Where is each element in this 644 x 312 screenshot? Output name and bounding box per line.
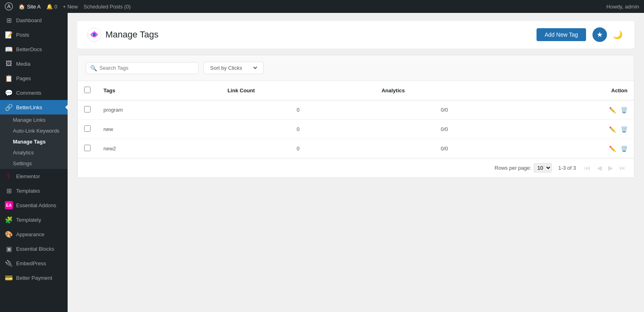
moon-button[interactable]: 🌙 (610, 27, 625, 42)
sidebar-label-posts: Posts (16, 32, 29, 38)
link-count-2: 0 (221, 120, 375, 139)
edit-icon-2[interactable]: ✏️ (609, 126, 616, 133)
submenu-manage-links[interactable]: Manage Links (0, 114, 68, 125)
action-cell-1: ✏️ 🗑️ (514, 100, 634, 120)
analytics-2: 0/0 (375, 120, 514, 139)
link-count-3: 0 (221, 139, 375, 158)
notifications-bar[interactable]: 🔔 0 (46, 4, 57, 10)
sidebar-item-betterdocs[interactable]: 📖 BetterDocs (0, 42, 68, 56)
rows-per-page-wrap: Rows per page: 10 25 50 (495, 163, 552, 173)
action-cell-2: ✏️ 🗑️ (514, 120, 634, 139)
sort-dropdown[interactable]: Sort by Clicks Sort by Name Sort by Coun… (203, 62, 264, 74)
table-header-row: Tags Link Count Analytics Action (78, 81, 634, 100)
sidebar-item-media[interactable]: 🖼 Media (0, 56, 68, 71)
submenu-manage-tags[interactable]: Manage Tags (0, 136, 68, 147)
sidebar-label-comments: Comments (16, 90, 41, 96)
sidebar-label-betterlinks: BetterLinks (16, 104, 42, 110)
row-checkbox-1[interactable] (84, 106, 91, 112)
sidebar-item-posts[interactable]: 📝 Posts (0, 27, 68, 42)
sidebar-label-pages: Pages (16, 75, 31, 81)
page-range-label: 1-3 of 3 (558, 165, 576, 171)
appearance-icon: 🎨 (5, 230, 13, 238)
sidebar-label-dashboard: Dashboard (16, 17, 42, 23)
wp-logo-icon (5, 2, 13, 10)
first-page-button[interactable]: ⏮ (582, 164, 592, 173)
row-checkbox-cell (78, 120, 97, 139)
prev-page-button[interactable]: ◀ (595, 163, 603, 173)
sidebar-item-essential-addons[interactable]: EA Essential Addons (0, 198, 68, 212)
sidebar-label-embedpress: EmbedPress (16, 260, 46, 266)
next-page-button[interactable]: ▶ (607, 163, 615, 173)
sidebar-item-better-payment[interactable]: 💳 Better Payment (0, 270, 68, 285)
tags-table: Tags Link Count Analytics Action program… (78, 81, 634, 158)
sidebar-item-elementor[interactable]: E Elementor (0, 169, 68, 183)
page-header: Manage Tags Add New Tag ★ 🌙 (77, 21, 634, 48)
table-row: new2 0 0/0 ✏️ 🗑️ (78, 139, 634, 158)
select-all-checkbox[interactable] (84, 87, 91, 93)
delete-icon-3[interactable]: 🗑️ (621, 146, 627, 152)
site-name-bar[interactable]: 🏠 Site A (19, 4, 41, 10)
table-row: program 0 0/0 ✏️ 🗑️ (78, 100, 634, 120)
sidebar-item-appearance[interactable]: 🎨 Appearance (0, 227, 68, 241)
sidebar-label-templates: Templates (16, 188, 40, 194)
submenu-analytics[interactable]: Analytics (0, 147, 68, 158)
sidebar-label-appearance: Appearance (16, 231, 44, 237)
row-checkbox-3[interactable] (84, 145, 91, 151)
comments-icon: 💬 (5, 89, 13, 97)
main-content: Manage Tags Add New Tag ★ 🌙 🔍 (68, 13, 644, 312)
sidebar-item-essential-blocks[interactable]: ▣ Essential Blocks (0, 241, 68, 256)
scheduled-posts-label[interactable]: Scheduled Posts (0) (83, 4, 130, 10)
col-link-count: Link Count (221, 81, 375, 100)
delete-icon-1[interactable]: 🗑️ (621, 107, 627, 113)
admin-bar: 🏠 Site A 🔔 0 + New Scheduled Posts (0) H… (0, 0, 644, 13)
essential-addons-icon: EA (5, 201, 13, 209)
elementor-icon: E (5, 172, 13, 180)
sidebar-label-better-payment: Better Payment (16, 275, 52, 281)
sidebar-item-templately[interactable]: 🧩 Templately (0, 212, 68, 227)
sidebar-label-essential-blocks: Essential Blocks (16, 246, 54, 252)
templates-icon: ⊞ (5, 187, 13, 195)
search-wrap[interactable]: 🔍 (86, 62, 198, 74)
sidebar-item-comments[interactable]: 💬 Comments (0, 85, 68, 100)
pagination: Rows per page: 10 25 50 1-3 of 3 ⏮ ◀ ▶ ⏭ (78, 158, 634, 177)
sidebar-label-media: Media (16, 61, 30, 67)
row-checkbox-cell (78, 100, 97, 120)
sidebar-item-betterlinks[interactable]: 🔗 BetterLinks (0, 100, 68, 114)
last-page-button[interactable]: ⏭ (618, 164, 627, 173)
sidebar: ⊞ Dashboard 📝 Posts 📖 BetterDocs 🖼 Media… (0, 13, 68, 312)
toolbar: 🔍 Sort by Clicks Sort by Name Sort by Co… (78, 55, 634, 81)
row-checkbox-2[interactable] (84, 125, 91, 132)
add-new-tag-button[interactable]: Add New Tag (537, 28, 586, 41)
posts-icon: 📝 (5, 31, 13, 39)
better-payment-icon: 💳 (5, 274, 13, 282)
edit-icon-3[interactable]: ✏️ (609, 146, 616, 152)
rows-per-page-select[interactable]: 10 25 50 (534, 163, 552, 173)
site-name-label: Site A (27, 4, 41, 10)
search-tags-input[interactable] (99, 65, 194, 71)
betterlinks-icon: 🔗 (5, 103, 13, 111)
rows-per-page-label: Rows per page: (495, 165, 531, 171)
tag-name-3: new2 (97, 139, 221, 158)
essential-blocks-icon: ▣ (5, 245, 13, 253)
submenu-settings[interactable]: Settings (0, 158, 68, 169)
sidebar-item-embedpress[interactable]: 🔌 EmbedPress (0, 256, 68, 270)
sidebar-item-templates[interactable]: ⊞ Templates (0, 183, 68, 198)
sidebar-item-pages[interactable]: 📋 Pages (0, 71, 68, 85)
col-action: Action (514, 81, 634, 100)
sidebar-label-betterdocs: BetterDocs (16, 46, 42, 52)
star-button[interactable]: ★ (592, 27, 607, 42)
sort-select[interactable]: Sort by Clicks Sort by Name Sort by Coun… (208, 64, 258, 71)
submenu-auto-link-keywords[interactable]: Auto-Link Keywords (0, 125, 68, 136)
new-post-button[interactable]: + New (63, 4, 78, 10)
tag-name-2: new (97, 120, 221, 139)
page-logo-icon (87, 27, 101, 42)
edit-icon-1[interactable]: ✏️ (609, 107, 616, 113)
media-icon: 🖼 (5, 60, 13, 68)
tag-name-1: program (97, 100, 221, 120)
sidebar-item-dashboard[interactable]: ⊞ Dashboard (0, 13, 68, 27)
sidebar-label-elementor: Elementor (16, 173, 40, 179)
action-cell-3: ✏️ 🗑️ (514, 139, 634, 158)
dashboard-icon: ⊞ (5, 16, 13, 24)
link-count-1: 0 (221, 100, 375, 120)
delete-icon-2[interactable]: 🗑️ (621, 126, 627, 133)
